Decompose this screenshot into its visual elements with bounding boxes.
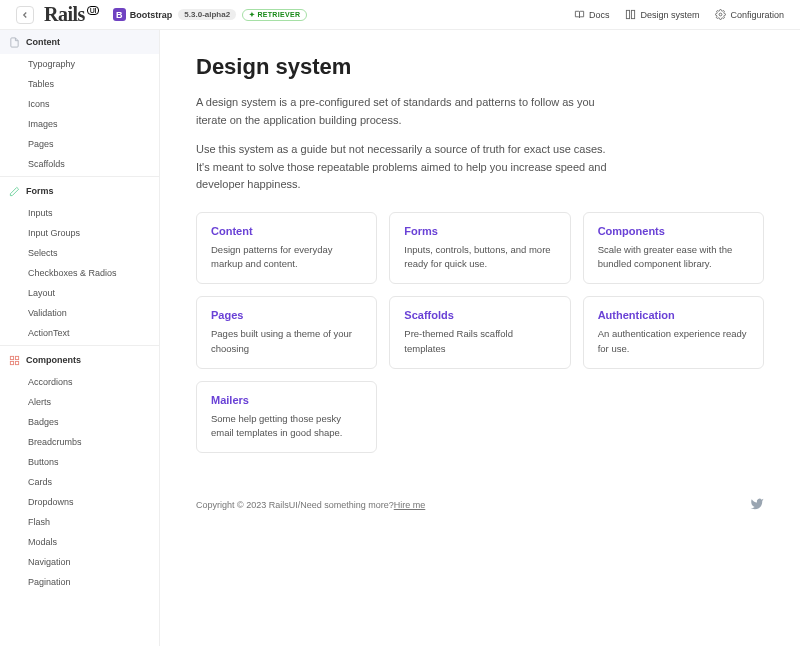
sidebar-item-typography[interactable]: Typography <box>0 54 159 74</box>
sidebar-item-dropdowns[interactable]: Dropdowns <box>0 492 159 512</box>
sidebar-section-content[interactable]: Content <box>0 30 159 54</box>
footer-prompt: Need something more? <box>300 500 394 510</box>
sidebar-item-tables[interactable]: Tables <box>0 74 159 94</box>
sidebar-section-components[interactable]: Components <box>0 348 159 372</box>
card-title: Components <box>598 225 749 237</box>
footer-copyright: Copyright © 2023 RailsUI <box>196 500 298 510</box>
file-icon <box>9 37 20 48</box>
card-pages[interactable]: Pages Pages built using a theme of your … <box>196 296 377 369</box>
svg-rect-1 <box>632 10 635 18</box>
nav-configuration[interactable]: Configuration <box>715 9 784 20</box>
sidebar-item-layout[interactable]: Layout <box>0 283 159 303</box>
svg-rect-6 <box>10 361 13 364</box>
sidebar-item-pagination[interactable]: Pagination <box>0 572 159 592</box>
nav-design-system-label: Design system <box>640 10 699 20</box>
nav-docs[interactable]: Docs <box>574 9 610 20</box>
sidebar-item-buttons[interactable]: Buttons <box>0 452 159 472</box>
sidebar-item-flash[interactable]: Flash <box>0 512 159 532</box>
logo-badge: UI <box>87 6 99 15</box>
theme-pill: RETRIEVER <box>242 9 307 21</box>
card-content[interactable]: Content Design patterns for everyday mar… <box>196 212 377 285</box>
footer: Copyright © 2023 RailsUI / Need somethin… <box>196 483 764 513</box>
card-forms[interactable]: Forms Inputs, controls, buttons, and mor… <box>389 212 570 285</box>
card-desc: An authentication experience ready for u… <box>598 327 749 356</box>
card-desc: Pages built using a theme of your choosi… <box>211 327 362 356</box>
twitter-svg <box>750 497 764 511</box>
bootstrap-icon: B <box>113 8 126 21</box>
twitter-icon[interactable] <box>750 497 764 513</box>
pencil-icon <box>9 186 20 197</box>
sidebar-item-images[interactable]: Images <box>0 114 159 134</box>
card-title: Mailers <box>211 394 362 406</box>
logo-text: Rails <box>44 3 85 26</box>
footer-hire-link[interactable]: Hire me <box>394 500 426 510</box>
sidebar-section-content-label: Content <box>26 37 60 47</box>
brand-badge: B Bootstrap <box>113 8 173 21</box>
sidebar-item-alerts[interactable]: Alerts <box>0 392 159 412</box>
page-title: Design system <box>196 54 764 80</box>
sidebar-item-breadcrumbs[interactable]: Breadcrumbs <box>0 432 159 452</box>
card-title: Forms <box>404 225 555 237</box>
sidebar: Content Typography Tables Icons Images P… <box>0 30 160 646</box>
card-title: Authentication <box>598 309 749 321</box>
card-scaffolds[interactable]: Scaffolds Pre-themed Rails scaffold temp… <box>389 296 570 369</box>
card-desc: Design patterns for everyday markup and … <box>211 243 362 272</box>
back-button[interactable] <box>16 6 34 24</box>
card-mailers[interactable]: Mailers Some help getting those pesky em… <box>196 381 377 454</box>
sidebar-item-modals[interactable]: Modals <box>0 532 159 552</box>
sidebar-divider <box>0 176 159 177</box>
layout-icon <box>625 9 636 20</box>
sidebar-item-validation[interactable]: Validation <box>0 303 159 323</box>
version-pill: 5.3.0-alpha2 <box>178 9 236 20</box>
card-title: Content <box>211 225 362 237</box>
sidebar-item-accordions[interactable]: Accordions <box>0 372 159 392</box>
sidebar-item-pages[interactable]: Pages <box>0 134 159 154</box>
card-components[interactable]: Components Scale with greater ease with … <box>583 212 764 285</box>
svg-rect-0 <box>627 10 630 18</box>
nav-configuration-label: Configuration <box>730 10 784 20</box>
card-desc: Pre-themed Rails scaffold templates <box>404 327 555 356</box>
svg-rect-4 <box>15 356 18 359</box>
sidebar-item-inputs[interactable]: Inputs <box>0 203 159 223</box>
svg-rect-5 <box>15 361 18 364</box>
sidebar-item-badges[interactable]: Badges <box>0 412 159 432</box>
svg-point-2 <box>720 13 723 16</box>
intro-paragraph-1: A design system is a pre-configured set … <box>196 94 616 129</box>
grid-icon <box>9 355 20 366</box>
sidebar-item-checkboxes-radios[interactable]: Checkboxes & Radios <box>0 263 159 283</box>
topnav-right: Docs Design system Configuration <box>574 9 784 20</box>
nav-design-system[interactable]: Design system <box>625 9 699 20</box>
card-desc: Scale with greater ease with the bundled… <box>598 243 749 272</box>
svg-rect-3 <box>10 356 13 359</box>
card-title: Scaffolds <box>404 309 555 321</box>
intro-paragraph-2: Use this system as a guide but not neces… <box>196 141 616 194</box>
sidebar-item-cards[interactable]: Cards <box>0 472 159 492</box>
card-title: Pages <box>211 309 362 321</box>
sidebar-item-selects[interactable]: Selects <box>0 243 159 263</box>
gear-icon <box>715 9 726 20</box>
sidebar-section-components-label: Components <box>26 355 81 365</box>
topbar: Rails UI B Bootstrap 5.3.0-alpha2 RETRIE… <box>0 0 800 30</box>
chevron-left-icon <box>20 10 30 20</box>
nav-docs-label: Docs <box>589 10 610 20</box>
brand-name: Bootstrap <box>130 10 173 20</box>
sidebar-section-forms[interactable]: Forms <box>0 179 159 203</box>
main-content: Design system A design system is a pre-c… <box>160 30 800 646</box>
sidebar-item-actiontext[interactable]: ActionText <box>0 323 159 343</box>
logo[interactable]: Rails UI <box>44 3 99 26</box>
sidebar-divider <box>0 345 159 346</box>
book-icon <box>574 9 585 20</box>
sidebar-item-scaffolds[interactable]: Scaffolds <box>0 154 159 174</box>
card-desc: Some help getting those pesky email temp… <box>211 412 362 441</box>
cards-grid: Content Design patterns for everyday mar… <box>196 212 764 454</box>
sidebar-section-forms-label: Forms <box>26 186 54 196</box>
sidebar-item-icons[interactable]: Icons <box>0 94 159 114</box>
card-authentication[interactable]: Authentication An authentication experie… <box>583 296 764 369</box>
card-desc: Inputs, controls, buttons, and more read… <box>404 243 555 272</box>
sidebar-item-input-groups[interactable]: Input Groups <box>0 223 159 243</box>
sidebar-item-navigation[interactable]: Navigation <box>0 552 159 572</box>
